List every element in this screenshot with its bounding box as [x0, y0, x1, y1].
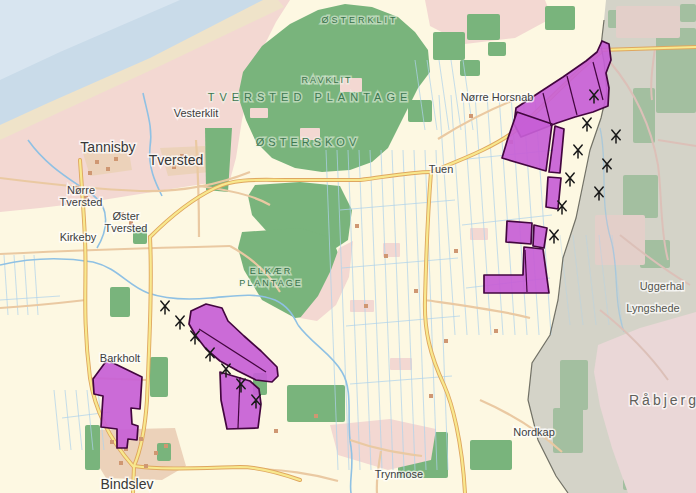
building: [119, 461, 123, 465]
green-patch: [470, 440, 512, 470]
green-patch: [150, 357, 168, 397]
building: [429, 394, 433, 398]
pink-patch: [390, 358, 412, 370]
gray-green-patch: [680, 4, 696, 22]
building: [384, 254, 388, 258]
map-label: Tuen: [429, 163, 454, 175]
green-patch: [467, 14, 500, 40]
map-label: Barkholt: [100, 352, 140, 364]
green-patch: [433, 32, 465, 60]
map-label: Nørre: [67, 184, 95, 196]
building: [314, 414, 318, 418]
building: [355, 224, 359, 228]
map-label: Lyngshede: [626, 302, 679, 314]
building: [454, 249, 458, 253]
map-label: ØSTERSKOV: [256, 136, 360, 148]
wind-area-horsnab-strip-b[interactable]: [546, 177, 561, 209]
map-label: Tversted: [105, 222, 148, 234]
building: [114, 157, 118, 161]
map-label: Tannisby: [80, 139, 135, 155]
map-label: Uggerhal: [640, 280, 685, 292]
map-label: Øster: [113, 210, 140, 222]
map-label: Nordkap: [513, 426, 555, 438]
building: [444, 339, 448, 343]
map-canvas: ØSTERKLITRAVKLITTVERSTED PLANTAGEØSTERSK…: [0, 0, 696, 493]
building: [139, 437, 143, 441]
green-patch: [110, 287, 130, 317]
map-label: Vesterklit: [174, 107, 219, 119]
green-patch: [408, 100, 432, 122]
building: [106, 167, 110, 171]
building: [95, 160, 99, 164]
gray-green-patch: [553, 408, 583, 453]
green-patch: [488, 42, 506, 56]
building: [164, 444, 168, 448]
building: [469, 114, 473, 118]
gray-green-patch: [560, 360, 588, 410]
pink-patch: [250, 108, 268, 118]
gray-pink-patch: [595, 215, 645, 265]
green-patch: [545, 6, 575, 30]
map-label: RAVKLIT: [302, 75, 353, 85]
map-label: ELKÆR: [250, 266, 293, 276]
building: [88, 171, 92, 175]
map-label: Råbjerg: [629, 392, 696, 408]
map-label: Tversted: [149, 152, 203, 168]
wind-area-horsnab-parcel-b[interactable]: [533, 225, 547, 248]
map-label: Kirkeby: [60, 231, 97, 243]
building: [144, 464, 148, 468]
map-label: Bindslev: [101, 476, 154, 492]
map-label: Trynmose: [375, 468, 424, 480]
map-label: TVERSTED PLANTAGE: [208, 91, 413, 103]
building: [154, 451, 158, 455]
building: [494, 329, 498, 333]
map-label: Tversted: [60, 196, 103, 208]
building: [110, 440, 114, 444]
gray-pink-patch: [616, 6, 680, 38]
map-viewport[interactable]: ØSTERKLITRAVKLITTVERSTED PLANTAGEØSTERSK…: [0, 0, 696, 493]
building: [364, 304, 368, 308]
map-label: PLANTAGE: [239, 278, 302, 288]
building: [274, 429, 278, 433]
wind-area-horsnab-parcel-a[interactable]: [506, 221, 532, 244]
map-label: Nørre Horsnab: [461, 91, 534, 103]
gray-green-patch: [623, 175, 658, 218]
building: [414, 289, 418, 293]
gray-green-patch: [656, 28, 696, 113]
map-label: ØSTERKLIT: [321, 15, 398, 25]
